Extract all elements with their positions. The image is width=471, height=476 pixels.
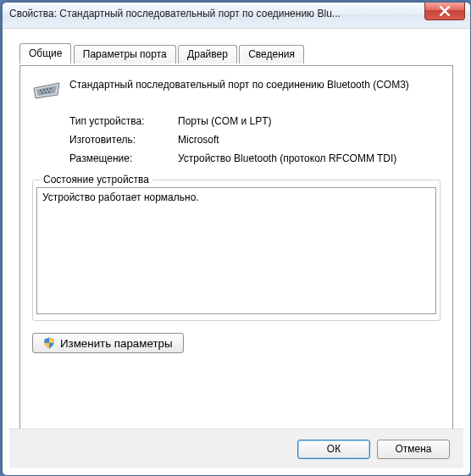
tab-driver[interactable]: Драйвер [178, 45, 237, 64]
window-title: Свойства: Стандартный последовательный п… [9, 3, 419, 19]
titlebar: Свойства: Стандартный последовательный п… [3, 3, 470, 29]
device-status-title: Состояние устройства [40, 174, 152, 185]
properties-dialog: Свойства: Стандартный последовательный п… [2, 2, 471, 476]
svg-point-6 [42, 92, 43, 94]
client-area: Общие Параметры порта Драйвер Сведения [9, 33, 463, 468]
close-icon [440, 6, 450, 16]
location-value: Устройство Bluetooth (протокол RFCOMM TD… [178, 152, 441, 164]
svg-point-2 [40, 90, 42, 91]
row-location: Размещение: Устройство Bluetooth (проток… [32, 152, 441, 164]
uac-shield-icon [43, 337, 55, 349]
svg-point-7 [45, 91, 47, 93]
ok-button[interactable]: ОК [297, 440, 370, 459]
tab-port-settings[interactable]: Параметры порта [74, 45, 176, 64]
device-status-text[interactable] [36, 187, 436, 314]
location-label: Размещение: [32, 152, 178, 164]
tabstrip: Общие Параметры порта Драйвер Сведения [19, 45, 453, 65]
tab-details[interactable]: Сведения [239, 45, 304, 64]
manufacturer-label: Изготовитель: [32, 134, 178, 146]
tab-general[interactable]: Общие [19, 43, 71, 64]
device-type-value: Порты (COM и LPT) [178, 115, 441, 127]
cancel-button[interactable]: Отмена [377, 440, 450, 459]
dialog-button-bar: ОК Отмена [9, 429, 463, 468]
device-header: Стандартный последовательный порт по сое… [32, 78, 441, 103]
serial-port-icon [32, 80, 61, 103]
close-button[interactable] [424, 3, 465, 20]
row-manufacturer: Изготовитель: Microsoft [32, 134, 441, 146]
device-status-group: Состояние устройства [32, 180, 441, 321]
manufacturer-value: Microsoft [178, 134, 441, 146]
device-type-label: Тип устройства: [32, 115, 178, 127]
svg-point-5 [50, 88, 52, 90]
svg-point-8 [48, 91, 50, 92]
tab-panel-general: Стандартный последовательный порт по сое… [19, 65, 453, 448]
change-settings-label: Изменить параметры [60, 337, 173, 350]
svg-point-3 [43, 89, 45, 91]
row-device-type: Тип устройства: Порты (COM и LPT) [32, 115, 441, 127]
change-settings-button[interactable]: Изменить параметры [32, 333, 184, 353]
svg-point-4 [47, 88, 48, 90]
device-name: Стандартный последовательный порт по сое… [69, 78, 441, 91]
